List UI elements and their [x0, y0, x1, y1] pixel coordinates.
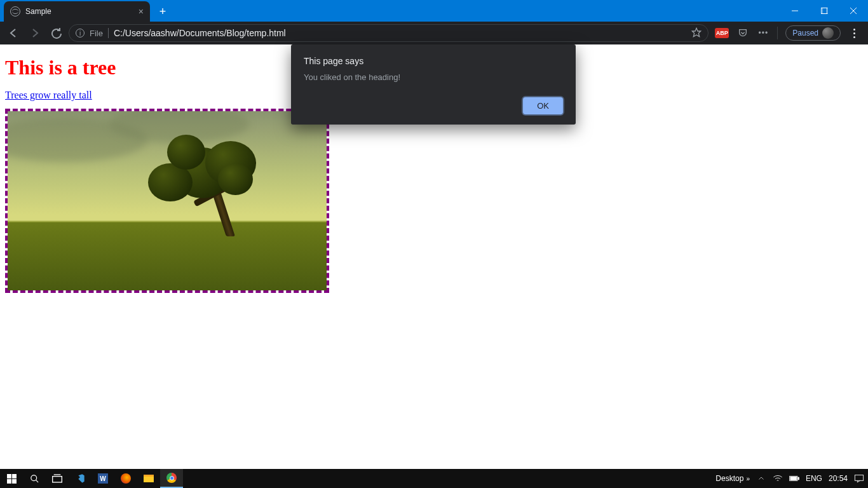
svg-rect-13	[855, 475, 863, 481]
wifi-icon[interactable]	[773, 473, 783, 484]
forward-button[interactable]	[25, 24, 44, 43]
reload-button[interactable]	[47, 24, 66, 43]
tray-language[interactable]: ENG	[806, 474, 822, 483]
svg-rect-12	[790, 477, 797, 480]
battery-icon[interactable]	[789, 473, 799, 484]
svg-line-7	[36, 480, 38, 482]
site-info-icon[interactable]: i	[76, 29, 85, 37]
back-button[interactable]	[4, 24, 23, 43]
windows-taskbar: W Desktop » ENG 20:54	[0, 469, 868, 488]
desktop-label: Desktop	[715, 474, 743, 483]
tab-close-icon[interactable]: ×	[139, 6, 144, 17]
page-link[interactable]: Trees grow really tall	[5, 90, 92, 101]
taskbar-app-vscode[interactable]	[69, 469, 92, 488]
taskbar-search-button[interactable]	[23, 469, 46, 488]
address-bar[interactable]: i File C:/Users/aashw/Documents/Blog/tem…	[69, 24, 709, 42]
tray-clock[interactable]: 20:54	[829, 474, 848, 483]
alert-message: You cliked on the heading!	[304, 72, 563, 82]
chevron-right-icon: »	[746, 475, 750, 482]
tree-image	[5, 109, 329, 293]
window-controls	[780, 0, 868, 22]
chrome-icon	[166, 473, 177, 483]
url-text: C:/Users/aashw/Documents/Blog/temp.html	[114, 28, 286, 38]
taskbar-app-explorer[interactable]	[137, 469, 160, 488]
window-maximize-button[interactable]	[810, 0, 839, 22]
action-center-icon[interactable]	[854, 473, 864, 484]
start-button[interactable]	[0, 469, 23, 488]
tab-title: Sample	[25, 7, 133, 16]
browser-toolbar: i File C:/Users/aashw/Documents/Blog/tem…	[0, 22, 868, 44]
word-icon: W	[98, 473, 108, 484]
taskbar-app-firefox[interactable]	[114, 469, 137, 488]
adblock-icon[interactable]: ABP	[715, 28, 729, 38]
svg-marker-5	[693, 28, 701, 36]
profile-avatar-icon	[822, 27, 834, 39]
browser-tab[interactable]: Sample ×	[4, 1, 150, 22]
alert-title: This page says	[304, 56, 563, 66]
window-close-button[interactable]	[839, 0, 868, 22]
separator	[777, 27, 778, 39]
bookmark-star-icon[interactable]	[691, 27, 702, 39]
task-view-button[interactable]	[46, 469, 69, 488]
svg-rect-8	[53, 477, 62, 482]
separator	[108, 28, 109, 38]
extensions-area: ABP ••• Paused	[711, 25, 864, 41]
pocket-icon[interactable]	[736, 27, 749, 39]
url-scheme-label: File	[90, 29, 103, 38]
alert-ok-button[interactable]: OK	[523, 97, 563, 114]
browser-menu-button[interactable]	[848, 29, 860, 38]
new-tab-button[interactable]: +	[154, 3, 172, 20]
folder-icon	[144, 475, 154, 482]
paused-label: Paused	[792, 29, 818, 37]
taskbar-desktop-toolbar[interactable]: Desktop »	[715, 474, 750, 483]
window-minimize-button[interactable]	[780, 0, 810, 22]
more-extensions-icon[interactable]: •••	[757, 27, 770, 39]
firefox-icon	[121, 473, 131, 484]
windows-logo-icon	[7, 474, 17, 484]
browser-titlebar: Sample × +	[0, 0, 868, 22]
js-alert-dialog: This page says You cliked on the heading…	[291, 44, 576, 125]
tray-overflow-icon[interactable]	[756, 473, 766, 484]
svg-point-6	[31, 475, 36, 480]
globe-icon	[10, 6, 20, 17]
profile-paused-chip[interactable]: Paused	[785, 25, 841, 41]
taskbar-app-chrome[interactable]	[160, 469, 183, 488]
svg-rect-1	[822, 8, 827, 14]
taskbar-app-word[interactable]: W	[92, 469, 114, 488]
svg-rect-11	[797, 477, 799, 480]
